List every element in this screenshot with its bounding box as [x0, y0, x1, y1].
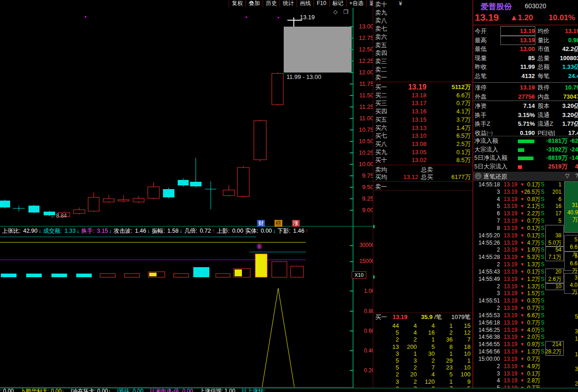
tick-volume: 6.6万 — [519, 312, 540, 319]
tick-row[interactable]: 14:56:1813.19▼0.7万S — [473, 319, 578, 327]
menu-item-历史[interactable]: 历史 — [263, 0, 280, 7]
buy-level-row[interactable]: 买八13.082.5万 — [373, 140, 472, 148]
flow-label: 大宗流入 — [474, 146, 498, 154]
queue-cell: 2 — [399, 336, 417, 343]
sell-level-row[interactable]: 卖八 — [373, 17, 472, 24]
buy-level-row[interactable]: 买七13.106.5万 — [373, 132, 472, 140]
tick-row[interactable]: 313.19▼26.5万S201 — [473, 189, 578, 196]
buy-level-row[interactable]: 买四13.164.1万 — [373, 107, 472, 115]
price-axis-tick: 9.00 — [354, 207, 374, 213]
tick-row[interactable]: 713.19▼0.7万S5 — [473, 218, 578, 225]
indicator-stat: 换手: 3.15↓ — [81, 228, 113, 234]
collapse-icon[interactable]: ⌄ — [475, 173, 482, 179]
sell-level-row[interactable]: 卖七 — [373, 25, 472, 33]
tag-badge-涨[interactable]: 涨 — [292, 220, 300, 227]
stock-name[interactable]: 爱普股份 — [481, 1, 512, 12]
sell-level-row[interactable]: 卖三 — [373, 57, 472, 65]
tick-time: 2 — [473, 261, 500, 269]
queue-cell: 3 — [399, 357, 417, 364]
kline-chart-pane[interactable]: 13.19 11.99 - 13.00 ←8.84 ◇ ❐ 财榜涨 上张比: 4… — [0, 0, 373, 392]
menu-item-F10[interactable]: F10 — [314, 0, 329, 7]
buy-level-row[interactable]: 买十13.028.5万 — [373, 156, 472, 164]
stat-label: 总笔 — [475, 72, 487, 81]
buy-level-volume: 8.5万 — [456, 156, 471, 164]
green-tick — [373, 275, 375, 279]
money-flow-row: 大宗流入-3192万-24% — [473, 146, 578, 154]
filter-icon[interactable]: ▽ — [565, 173, 569, 179]
flow-percent: -62% — [565, 137, 578, 146]
sub-axis-tick: 1.00 — [354, 288, 375, 294]
sell-flag: S — [541, 305, 544, 312]
menu-item-画线[interactable]: 画线 — [297, 0, 314, 7]
sell-level-row[interactable]: 卖六 — [373, 33, 472, 41]
tag-badge-榜[interactable]: 榜 — [275, 220, 282, 227]
tick-row[interactable]: 313.19▼1.5万S — [473, 290, 578, 297]
menu-item-叠加[interactable]: 叠加 — [246, 0, 263, 7]
tick-row[interactable]: 15:00:0013.19▼0.7万 — [473, 356, 578, 363]
queue-cell: 36 — [435, 336, 453, 343]
edge-value: 6.6万 — [565, 260, 578, 274]
queue-cell: 8 — [435, 343, 453, 350]
buy-level-row[interactable]: 买一13.195112万 — [373, 83, 472, 91]
divider — [473, 136, 578, 136]
dotted-divider — [373, 190, 472, 190]
low-price-label: ←8.84 — [51, 213, 67, 219]
sell-level-row[interactable]: 卖五 — [373, 41, 472, 49]
menu-item-标记[interactable]: 标记 — [329, 0, 346, 7]
tick-time: 2 — [473, 305, 500, 312]
tick-row[interactable]: 513.19▼2.1万S16 — [473, 203, 578, 210]
queue-cell: 7 — [453, 336, 471, 343]
tick-row[interactable]: 14:56:2513.19▼4.0万S — [473, 327, 578, 334]
tag-badge-财[interactable]: 财 — [257, 220, 265, 227]
tick-row[interactable]: 14:56:3813.19▼2.0万S — [473, 334, 578, 341]
tick-row[interactable]: 413.19▼0.8万S6 — [473, 196, 578, 203]
tick-list-header[interactable]: ⌄ 逐笔还原 ▽ ? — [473, 172, 578, 181]
tick-row[interactable]: 313.19▼0.1万 — [473, 370, 578, 378]
total-sell-label: 总卖 — [421, 166, 433, 174]
tick-time: 3 — [473, 189, 500, 196]
diamond-icon[interactable]: ◇ — [333, 9, 337, 15]
buy-level-row[interactable]: 买九13.050.1万 — [373, 148, 472, 156]
edge-value: 3 — [564, 366, 578, 372]
tick-volume: 5.3万 — [519, 254, 540, 261]
tick-row[interactable]: 14:55:5113.19▼0.3万S — [473, 297, 578, 305]
menu-item-统计[interactable]: 统计 — [280, 0, 297, 7]
buy-level-row[interactable]: 买六13.131.4万 — [373, 124, 472, 132]
sell-level-row[interactable]: 卖十 — [373, 0, 472, 8]
tick-row[interactable]: 14:55:5313.19▼6.6万S — [473, 312, 578, 319]
help-icon[interactable]: ? — [575, 173, 578, 179]
tick-row[interactable]: 213.19▼0.7万S — [473, 305, 578, 312]
queue-row: 22045100 — [373, 371, 472, 378]
edge-value: 1 — [564, 351, 578, 358]
stat-value: 1.33亿 — [542, 62, 578, 72]
menu-item-+自选[interactable]: +自选 — [346, 0, 366, 7]
flow-percent: -24% — [565, 146, 578, 154]
sell-level-row[interactable]: 卖四 — [373, 49, 472, 57]
buy-level-volume: 3.7万 — [456, 116, 471, 123]
buy-level-row[interactable]: 买三13.170.7万 — [373, 99, 472, 107]
queue-cell: 15 — [453, 322, 471, 329]
window-icon[interactable]: ❐ — [343, 9, 348, 15]
menu-item-复权[interactable]: 复权 — [229, 0, 246, 7]
buy-level-row[interactable]: 买二13.186.6万 — [373, 91, 472, 99]
queue-cell: 4 — [399, 329, 417, 336]
stat-label: 昨收 — [475, 62, 487, 72]
queue-cell: 2 — [417, 357, 435, 364]
buy-avg-label: 买均 — [375, 173, 387, 181]
tick-row[interactable]: 14:55:1813.19▼0.1万S1 — [473, 181, 578, 189]
tick-row[interactable]: 413.19▼2.8万 — [473, 377, 578, 385]
sell-level-row[interactable]: 卖九 — [373, 9, 472, 17]
tick-row[interactable]: 213.19▼4.9万 — [473, 363, 578, 370]
buy-level-row[interactable]: 买五13.153.7万 — [373, 116, 472, 123]
marker-dot — [85, 16, 86, 17]
buy-one-summary-row[interactable]: 买一 13.19 35.9 /笔 1079笔 — [373, 314, 472, 321]
tick-volume: 0.7万 — [519, 305, 540, 312]
queue-cell: 2 — [399, 364, 417, 371]
buy-level-label: 买八 — [375, 140, 387, 148]
tick-row[interactable]: 613.19▼2.2万S17 — [473, 210, 578, 218]
sell-level-row[interactable]: 卖二 — [373, 66, 472, 73]
tick-row[interactable]: 213.19▼1.3万S — [473, 261, 578, 269]
queue-cell: 1 — [453, 357, 471, 364]
price-axis-tick: 11.50 — [354, 92, 374, 99]
sell-level-row[interactable]: 卖一 — [373, 73, 472, 81]
